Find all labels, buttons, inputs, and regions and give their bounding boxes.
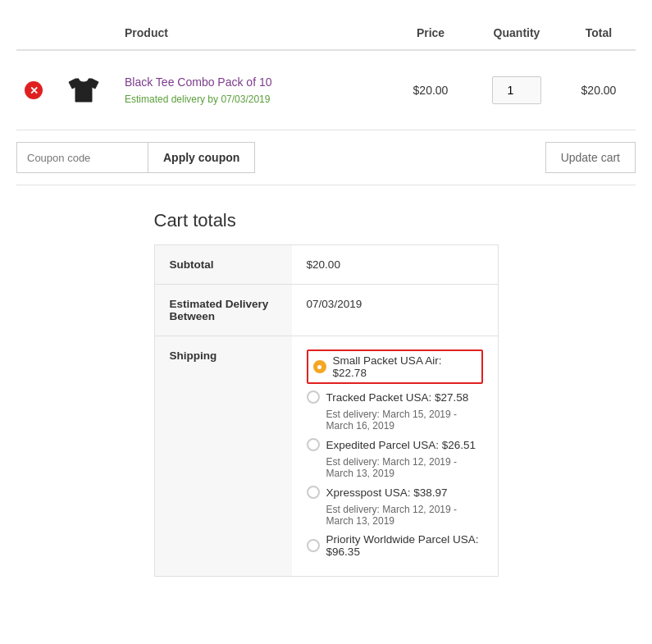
coupon-code-input[interactable] [16, 142, 148, 173]
shipping-option-2: Tracked Packet USA: $27.58 [307, 391, 483, 404]
shipping-radio-1[interactable] [313, 360, 326, 373]
shipping-est-4: Est delivery: March 12, 2019 - March 13,… [326, 504, 483, 527]
subtotal-row: Subtotal $20.00 [154, 245, 498, 285]
update-cart-button[interactable]: Update cart [545, 142, 636, 173]
subtotal-value: $20.00 [292, 245, 498, 285]
col-header-quantity: Quantity [472, 16, 562, 50]
col-header-image [51, 16, 116, 50]
product-total-cell: $20.00 [562, 50, 636, 130]
delivery-row: Estimated Delivery Between 07/03/2019 [154, 285, 498, 336]
product-price-cell: $20.00 [390, 50, 472, 130]
shipping-radio-2[interactable] [307, 391, 320, 404]
update-cart-section: Update cart [545, 142, 636, 173]
table-row: ✕ Black Tee Combo Pack of 10 Estimated d… [16, 50, 636, 130]
cart-totals-box: Cart totals Subtotal $20.00 Estimated De… [154, 210, 499, 577]
subtotal-label: Subtotal [154, 245, 292, 285]
totals-table: Subtotal $20.00 Estimated Delivery Betwe… [154, 244, 499, 577]
product-quantity-cell [472, 50, 562, 130]
product-delivery-text: Estimated delivery by 07/03/2019 [125, 94, 270, 105]
product-total: $20.00 [581, 84, 617, 97]
shipping-radio-4[interactable] [307, 486, 320, 499]
quantity-input[interactable] [492, 76, 541, 104]
remove-cell: ✕ [16, 50, 51, 130]
remove-item-button[interactable]: ✕ [25, 81, 43, 99]
shipping-options-cell: Small Packet USA Air: $22.78 Tracked Pac… [292, 336, 498, 577]
shipping-option-3: Expedited Parcel USA: $26.51 [307, 438, 483, 451]
cart-table: Product Price Quantity Total ✕ [16, 16, 636, 130]
product-thumbnail [59, 66, 108, 115]
shipping-option-4: Xpresspost USA: $38.97 [307, 486, 483, 499]
shipping-option-selected-wrapper: Small Packet USA Air: $22.78 [307, 349, 483, 384]
shipping-radio-3[interactable] [307, 438, 320, 451]
delivery-value: 07/03/2019 [292, 285, 498, 336]
shipping-option-label-3: Expedited Parcel USA: $26.51 [326, 439, 476, 451]
shipping-est-2: Est delivery: March 15, 2019 - March 16,… [326, 409, 483, 432]
apply-coupon-button[interactable]: Apply coupon [148, 142, 255, 173]
shipping-row: Shipping Small Packet USA Air: $22.78 Tr… [154, 336, 498, 577]
shipping-option-5: Priority Worldwide Parcel USA: $96.35 [307, 533, 483, 558]
coupon-row: Apply coupon Update cart [16, 130, 636, 185]
shipping-option-label-4: Xpresspost USA: $38.97 [326, 486, 448, 499]
cart-totals-title: Cart totals [154, 210, 499, 231]
shipping-option-label-5: Priority Worldwide Parcel USA: $96.35 [326, 533, 483, 558]
shipping-radio-5[interactable] [307, 539, 320, 552]
tshirt-icon [64, 71, 103, 110]
col-header-product: Product [116, 16, 390, 50]
cart-totals-section: Cart totals Subtotal $20.00 Estimated De… [16, 210, 636, 577]
product-image-cell [51, 50, 116, 130]
shipping-label: Shipping [154, 336, 292, 577]
shipping-option-label-2: Tracked Packet USA: $27.58 [326, 391, 469, 404]
shipping-option-label-1: Small Packet USA Air: $22.78 [333, 354, 476, 379]
col-header-remove [16, 16, 51, 50]
product-name-cell: Black Tee Combo Pack of 10 Estimated del… [116, 50, 390, 130]
col-header-price: Price [390, 16, 472, 50]
shipping-est-3: Est delivery: March 12, 2019 - March 13,… [326, 456, 483, 479]
coupon-left-section: Apply coupon [16, 142, 255, 173]
product-price: $20.00 [413, 84, 449, 97]
delivery-label: Estimated Delivery Between [154, 285, 292, 336]
product-name-link[interactable]: Black Tee Combo Pack of 10 [125, 75, 381, 89]
col-header-total: Total [562, 16, 636, 50]
